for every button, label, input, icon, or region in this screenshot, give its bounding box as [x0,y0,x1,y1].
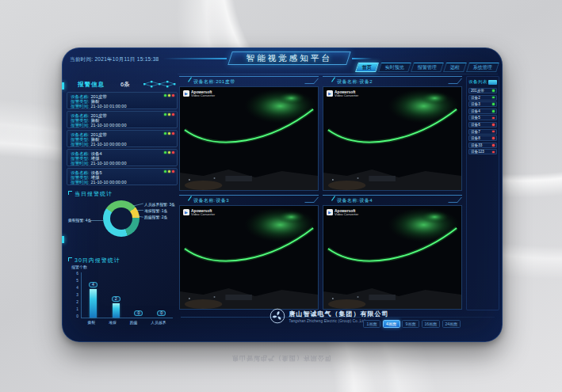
view-layout-buttons: 1画面 4画面 9画面 16画面 24画面 [363,320,461,328]
alarm-card[interactable]: 设备名称:201皮带 报警类型:撕裂 报警时间:21-10-10 00:00:0… [67,111,178,128]
device-list-item[interactable]: 设备5 [468,115,497,120]
top-nav: 首页 实时预览 报警管理 远程 系统管理 [357,63,498,72]
view-16-button[interactable]: 16画面 [422,320,441,328]
alarm-card[interactable]: 设备名称:201皮带 报警类型:撕裂 报警时间:21-10-10 00:00:0… [67,130,178,147]
view-9-button[interactable]: 9画面 [402,320,419,328]
title-decor-line [163,58,227,59]
alarm-card[interactable]: 设备名称:201皮带 报警类型:撕裂 报警时间:21-10-10 01:00:0… [67,92,178,109]
video-panel-2[interactable]: 设备名称:设备2 ▶ Apower [323,76,462,191]
device-list-panel: 设备列表 201皮带 设备2 设备3 设备4 设备5 设备6 设备7 设备8 设… [466,76,499,310]
device-panel-header: 设备列表 [468,78,497,86]
alarm-list: 设备名称:201皮带 报警类型:撕裂 报警时间:21-10-10 01:00:0… [67,92,178,187]
title-decor-line [352,58,373,59]
video-feed: ▶ ApowersoftVideo Converter [323,205,462,310]
dashboard-screen: 当前时间: 2021年10月11日 15:15:38 智能视觉感知平台 首页 实… [62,48,503,342]
apowersoft-icon: ▶ [327,90,333,97]
status-dot-icon [492,89,495,92]
watermark: ▶ ApowersoftVideo Converter [183,209,215,217]
donut-connector [136,210,143,211]
device-list-item[interactable]: 设备4 [468,108,497,114]
video-panel-4[interactable]: 设备名称:设备4 ▶ Apower [323,195,462,310]
device-list-item[interactable]: 设备3 [468,101,497,107]
device-list-item[interactable]: 设备2 [468,95,497,101]
bar-slot: 2 [105,296,126,318]
watermark: ▶ ApowersoftVideo Converter [327,209,358,217]
reflection-text: 唐山智诚电气（集团）有限公司 [232,355,332,362]
device-name: 201皮带 [471,89,484,93]
bar-slot: 0 [151,310,172,318]
video-panel-header: 设备名称:201皮带 [179,76,319,86]
device-list-item[interactable]: 设备7 [468,129,497,135]
donut-annotation: 人员越界报警: 3条 [144,202,175,207]
device-name: 设备33 [471,143,482,147]
device-list-item[interactable]: 201皮带 [468,88,497,93]
video-wall: 设备名称:201皮带 [179,76,462,310]
y-axis-label: 报警个数 [71,265,87,269]
watermark-line2: Video Converter [335,213,358,217]
bar-value: 4 [89,282,97,288]
status-lights-icon [164,113,174,116]
device-list-item[interactable]: 设备6 [468,122,497,127]
bar [90,289,97,318]
status-dot-icon [492,124,495,126]
bar-value: 0 [157,310,166,317]
nav-tab-label: 实时预览 [385,64,404,71]
status-dot-icon [492,97,495,99]
status-dot-icon [492,144,495,147]
bar-plot-area: 4 2 0 0 [81,272,173,318]
video-feed: ▶ ApowersoftVideo Converter [323,86,462,191]
device-list-item[interactable]: 设备33 [468,143,497,148]
watermark-line2: Video Converter [191,94,215,98]
apowersoft-icon: ▶ [183,90,189,97]
donut-annotation: 堆煤报警: 1条 [144,208,167,213]
view-4-button[interactable]: 4画面 [383,320,400,328]
edge-accent [62,82,64,89]
x-tick: 跑偏 [130,320,138,325]
alarm-time-value: 21-10-10 00:00:00 [91,161,127,166]
video-scene-decoration [180,206,318,309]
screen-reflection: 唐山智诚电气（集团）有限公司 [62,354,503,363]
device-panel-tab[interactable] [488,80,497,85]
device-list-item[interactable]: 设备8 [468,135,497,141]
video-panel-title: 设备名称:201皮带 [193,78,235,86]
alarm-card[interactable]: 设备名称:设备4 报警类型:堆煤 报警时间:21-10-10 00:00:00 [67,149,178,166]
company-logo-icon [270,308,285,324]
monthly-stats-title: 30日内报警统计 [67,257,120,265]
y-tick: 3 [76,294,78,297]
alarm-time-value: 21-10-10 00:00:00 [91,123,127,127]
bar-value: 2 [112,296,120,303]
view-24-button[interactable]: 24画面 [442,320,461,328]
video-panel-header: 设备名称:设备4 [323,195,462,205]
alarm-sidebar: 报警信息 6条 设备名称:201皮带 报警类型 [67,79,178,339]
alarm-count: 6条 [120,81,130,89]
nav-tab-alarm-management[interactable]: 报警管理 [411,63,444,72]
video-panel-3[interactable]: 设备名称:设备3 ▶ Apower [179,195,319,310]
y-tick: 0 [76,315,78,318]
video-scene-decoration [323,87,461,190]
alarm-time-value: 21-10-10 00:00:00 [91,180,127,185]
status-dot-icon [492,131,495,133]
view-1-button[interactable]: 1画面 [363,320,380,328]
device-list-item[interactable]: 设备123 [468,149,497,154]
alarm-time-value: 21-10-10 01:00:00 [91,104,127,108]
alarm-time-label: 报警时间: [71,142,90,147]
nav-tab-remote[interactable]: 远程 [443,63,467,72]
video-panel-title: 设备名称:设备4 [337,197,373,204]
nav-tab-label: 系统管理 [473,64,492,71]
nav-tab-home[interactable]: 首页 [355,63,379,72]
device-name: 设备2 [471,96,480,100]
desktop-background: 当前时间: 2021年10月11日 15:15:38 智能视觉感知平台 首页 实… [0,0,562,392]
donut-connector [133,203,143,206]
alarm-panel-header: 报警信息 6条 [67,79,178,89]
video-panel-header: 设备名称:设备2 [323,76,462,86]
nav-tab-live-preview[interactable]: 实时预览 [378,63,411,72]
video-panel-1[interactable]: 设备名称:201皮带 [179,76,319,191]
x-tick: 撕裂 [88,320,96,325]
donut-hole [110,207,132,230]
alarm-card[interactable]: 设备名称:设备5 报警类型:堆煤 报警时间:21-10-10 00:00:00 [67,168,178,185]
nav-tab-system[interactable]: 系统管理 [466,63,499,72]
device-name: 设备3 [471,102,480,106]
device-panel-title: 设备列表 [468,79,487,85]
status-lights-icon [164,151,174,154]
daily-alarm-chart: 人员越界报警: 3条 堆煤报警: 1条 跑偏报警: 2条 撕裂报警: 4条 [67,196,178,253]
